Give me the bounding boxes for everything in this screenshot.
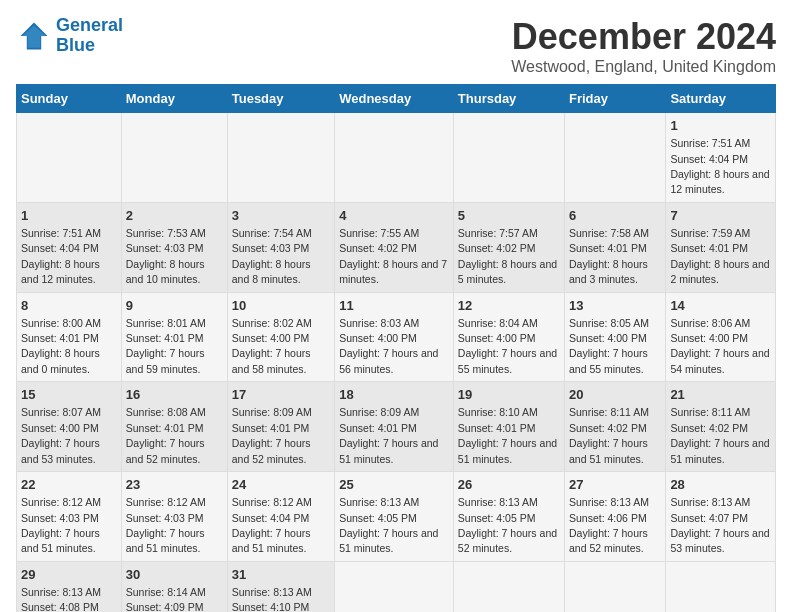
calendar-cell — [335, 113, 454, 203]
calendar-cell: 8Sunrise: 8:00 AMSunset: 4:01 PMDaylight… — [17, 292, 122, 382]
sunset: Sunset: 4:10 PM — [232, 601, 310, 612]
calendar-cell — [335, 561, 454, 612]
sunset: Sunset: 4:00 PM — [670, 332, 748, 344]
sunset: Sunset: 4:01 PM — [232, 422, 310, 434]
day-number: 8 — [21, 297, 117, 315]
sunrise: Sunrise: 8:06 AM — [670, 317, 750, 329]
calendar-cell: 25Sunrise: 8:13 AMSunset: 4:05 PMDayligh… — [335, 472, 454, 562]
day-number: 23 — [126, 476, 223, 494]
header-cell-monday: Monday — [121, 85, 227, 113]
sunset: Sunset: 4:01 PM — [126, 332, 204, 344]
sunset: Sunset: 4:00 PM — [569, 332, 647, 344]
daylight: Daylight: 7 hours and 58 minutes. — [232, 347, 311, 374]
sunset: Sunset: 4:04 PM — [21, 242, 99, 254]
daylight: Daylight: 8 hours and 12 minutes. — [670, 168, 769, 195]
calendar-cell — [666, 561, 776, 612]
sunset: Sunset: 4:02 PM — [569, 422, 647, 434]
day-number: 1 — [21, 207, 117, 225]
sunrise: Sunrise: 8:01 AM — [126, 317, 206, 329]
sunset: Sunset: 4:01 PM — [126, 422, 204, 434]
sunset: Sunset: 4:03 PM — [21, 512, 99, 524]
calendar-cell: 11Sunrise: 8:03 AMSunset: 4:00 PMDayligh… — [335, 292, 454, 382]
calendar-body: 1Sunrise: 7:51 AMSunset: 4:04 PMDaylight… — [17, 113, 776, 613]
calendar-cell: 22Sunrise: 8:12 AMSunset: 4:03 PMDayligh… — [17, 472, 122, 562]
header-cell-sunday: Sunday — [17, 85, 122, 113]
sunrise: Sunrise: 7:57 AM — [458, 227, 538, 239]
sunset: Sunset: 4:02 PM — [670, 422, 748, 434]
sunrise: Sunrise: 7:53 AM — [126, 227, 206, 239]
day-number: 1 — [670, 117, 771, 135]
logo: General Blue — [16, 16, 123, 56]
calendar-cell: 1Sunrise: 7:51 AMSunset: 4:04 PMDaylight… — [666, 113, 776, 203]
daylight: Daylight: 7 hours and 51 minutes. — [458, 437, 557, 464]
day-number: 29 — [21, 566, 117, 584]
sunrise: Sunrise: 8:11 AM — [569, 406, 649, 418]
day-number: 2 — [126, 207, 223, 225]
sunrise: Sunrise: 8:12 AM — [126, 496, 206, 508]
sunrise: Sunrise: 8:13 AM — [21, 586, 101, 598]
day-number: 7 — [670, 207, 771, 225]
sunset: Sunset: 4:03 PM — [126, 512, 204, 524]
logo-line1: General — [56, 15, 123, 35]
calendar-cell — [227, 113, 334, 203]
day-number: 31 — [232, 566, 330, 584]
sunset: Sunset: 4:01 PM — [21, 332, 99, 344]
sunset: Sunset: 4:08 PM — [21, 601, 99, 612]
logo-icon — [16, 18, 52, 54]
day-number: 21 — [670, 386, 771, 404]
day-number: 6 — [569, 207, 661, 225]
calendar-cell: 26Sunrise: 8:13 AMSunset: 4:05 PMDayligh… — [453, 472, 564, 562]
day-number: 25 — [339, 476, 449, 494]
logo-line2: Blue — [56, 35, 95, 55]
calendar-cell: 1Sunrise: 7:51 AMSunset: 4:04 PMDaylight… — [17, 202, 122, 292]
day-number: 22 — [21, 476, 117, 494]
header-cell-tuesday: Tuesday — [227, 85, 334, 113]
daylight: Daylight: 8 hours and 8 minutes. — [232, 258, 311, 285]
day-number: 10 — [232, 297, 330, 315]
daylight: Daylight: 7 hours and 53 minutes. — [21, 437, 100, 464]
daylight: Daylight: 7 hours and 53 minutes. — [670, 527, 769, 554]
sunrise: Sunrise: 8:13 AM — [232, 586, 312, 598]
day-number: 15 — [21, 386, 117, 404]
calendar-cell: 14Sunrise: 8:06 AMSunset: 4:00 PMDayligh… — [666, 292, 776, 382]
day-number: 3 — [232, 207, 330, 225]
sunrise: Sunrise: 7:51 AM — [21, 227, 101, 239]
sunset: Sunset: 4:05 PM — [458, 512, 536, 524]
day-number: 17 — [232, 386, 330, 404]
calendar-cell: 31Sunrise: 8:13 AMSunset: 4:10 PMDayligh… — [227, 561, 334, 612]
calendar-cell: 21Sunrise: 8:11 AMSunset: 4:02 PMDayligh… — [666, 382, 776, 472]
sunset: Sunset: 4:01 PM — [670, 242, 748, 254]
calendar-cell: 7Sunrise: 7:59 AMSunset: 4:01 PMDaylight… — [666, 202, 776, 292]
daylight: Daylight: 7 hours and 51 minutes. — [670, 437, 769, 464]
calendar-cell: 20Sunrise: 8:11 AMSunset: 4:02 PMDayligh… — [565, 382, 666, 472]
calendar-cell: 10Sunrise: 8:02 AMSunset: 4:00 PMDayligh… — [227, 292, 334, 382]
calendar-cell: 5Sunrise: 7:57 AMSunset: 4:02 PMDaylight… — [453, 202, 564, 292]
calendar-cell: 2Sunrise: 7:53 AMSunset: 4:03 PMDaylight… — [121, 202, 227, 292]
sunrise: Sunrise: 8:12 AM — [232, 496, 312, 508]
sunrise: Sunrise: 8:10 AM — [458, 406, 538, 418]
calendar-cell — [453, 561, 564, 612]
daylight: Daylight: 7 hours and 51 minutes. — [126, 527, 205, 554]
day-number: 18 — [339, 386, 449, 404]
sunset: Sunset: 4:09 PM — [126, 601, 204, 612]
daylight: Daylight: 7 hours and 52 minutes. — [569, 527, 648, 554]
daylight: Daylight: 8 hours and 12 minutes. — [21, 258, 100, 285]
calendar-cell: 23Sunrise: 8:12 AMSunset: 4:03 PMDayligh… — [121, 472, 227, 562]
logo-text: General Blue — [56, 16, 123, 56]
daylight: Daylight: 8 hours and 7 minutes. — [339, 258, 447, 285]
sunrise: Sunrise: 7:59 AM — [670, 227, 750, 239]
calendar-cell: 29Sunrise: 8:13 AMSunset: 4:08 PMDayligh… — [17, 561, 122, 612]
calendar-cell — [17, 113, 122, 203]
daylight: Daylight: 7 hours and 52 minutes. — [232, 437, 311, 464]
calendar-cell: 9Sunrise: 8:01 AMSunset: 4:01 PMDaylight… — [121, 292, 227, 382]
day-number: 14 — [670, 297, 771, 315]
calendar-week-1: 1Sunrise: 7:51 AMSunset: 4:04 PMDaylight… — [17, 202, 776, 292]
day-number: 28 — [670, 476, 771, 494]
calendar-cell: 6Sunrise: 7:58 AMSunset: 4:01 PMDaylight… — [565, 202, 666, 292]
daylight: Daylight: 7 hours and 51 minutes. — [339, 437, 438, 464]
sunset: Sunset: 4:01 PM — [339, 422, 417, 434]
calendar-table: SundayMondayTuesdayWednesdayThursdayFrid… — [16, 84, 776, 612]
sunset: Sunset: 4:01 PM — [569, 242, 647, 254]
daylight: Daylight: 8 hours and 0 minutes. — [21, 347, 100, 374]
sunrise: Sunrise: 8:13 AM — [339, 496, 419, 508]
